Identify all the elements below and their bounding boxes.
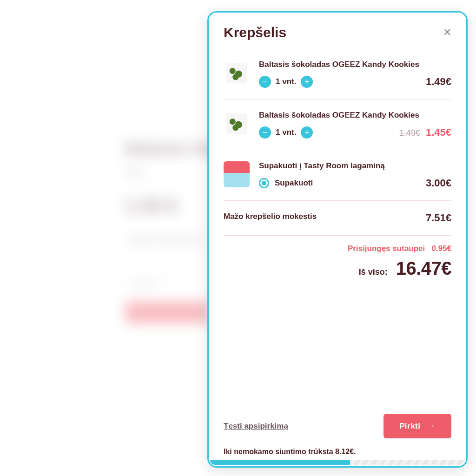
fee-label: Mažo krepšelio mokestis [224, 212, 317, 224]
summary: Prisijungęs sutaupei 0.95€ Iš viso: 16.4… [224, 236, 451, 279]
radio-selected-icon[interactable] [259, 178, 269, 188]
item-sale-price: 1.45€ [426, 126, 451, 139]
packaging-option-label: Supakuoti [275, 178, 313, 188]
cart-title: Krepšelis [224, 25, 286, 40]
item-name: Baltasis šokoladas OGEEZ Kandy Kookies [259, 60, 451, 69]
cart-item: Baltasis šokoladas OGEEZ Kandy Kookies −… [224, 49, 451, 99]
arrow-right-icon: → [427, 421, 436, 431]
item-old-price: 1.49€ [399, 128, 420, 138]
cart-drawer: Krepšelis ✕ Baltasis šokoladas OGEEZ Kan… [207, 11, 468, 468]
packaging-title: Supakuoti į Tasty Room lagaminą [259, 161, 451, 171]
checkout-button[interactable]: Pirkti → [383, 414, 451, 438]
quantity-stepper: − 1 vnt. + [259, 126, 313, 139]
quantity-label: 1 vnt. [276, 128, 296, 137]
free-shipping-progress [210, 460, 465, 465]
continue-shopping-link[interactable]: Tęsti apsipirkimą [224, 422, 288, 431]
product-thumbnail [224, 111, 250, 137]
total-value: 16.47€ [396, 258, 451, 279]
packaging-option: Supakuoti į Tasty Room lagaminą Supakuot… [224, 150, 451, 201]
free-shipping-note: Iki nemokamo siuntimo trūksta 8.12€. [224, 448, 451, 456]
progress-fill [210, 460, 350, 465]
increment-button[interactable]: + [301, 76, 313, 88]
total-label: Iš viso: [359, 267, 388, 277]
ship-prefix: Iki nemokamo siuntimo trūksta [224, 448, 335, 456]
quantity-stepper: − 1 vnt. + [259, 76, 313, 88]
item-name: Baltasis šokoladas OGEEZ Kandy Kookies [259, 111, 451, 120]
quantity-label: 1 vnt. [276, 77, 296, 86]
fee-price: 7.51€ [426, 212, 451, 224]
saved-label: Prisijungęs sutaupei [348, 244, 425, 253]
cart-footer: Tęsti apsipirkimą Pirkti → Iki nemokamo … [209, 405, 466, 466]
packaging-thumbnail [224, 161, 250, 187]
cart-items: Baltasis šokoladas OGEEZ Kandy Kookies −… [209, 45, 466, 405]
decrement-button[interactable]: − [259, 76, 271, 88]
cart-item: Baltasis šokoladas OGEEZ Kandy Kookies −… [224, 99, 451, 150]
ship-amount: 8.12€. [335, 448, 356, 456]
item-price: 1.49€ [426, 76, 451, 88]
saved-value: 0.95€ [431, 244, 451, 253]
increment-button[interactable]: + [301, 126, 313, 139]
close-icon[interactable]: ✕ [443, 26, 451, 39]
decrement-button[interactable]: − [259, 126, 271, 139]
packaging-price: 3.00€ [426, 177, 451, 189]
small-cart-fee: Mažo krepšelio mokestis 7.51€ [224, 201, 451, 236]
product-thumbnail [224, 60, 250, 86]
checkout-label: Pirkti [399, 422, 421, 431]
